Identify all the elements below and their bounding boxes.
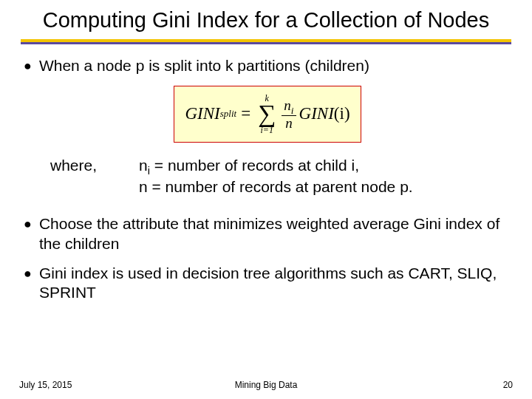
- where-definitions: ni = number of records at child i, n = n…: [139, 156, 511, 197]
- where-n: n: [139, 157, 148, 174]
- slide-title: Computing Gini Index for a Collection of…: [21, 7, 511, 38]
- frac-num-sub: i: [291, 105, 294, 116]
- slide: Computing Gini Index for a Collection of…: [0, 0, 532, 399]
- summation-icon: k ∑ i=1: [258, 94, 276, 134]
- formula-lhs-name: GINI: [185, 103, 219, 125]
- slide-footer: July 15, 2015 Mining Big Data 20: [0, 380, 532, 390]
- bullet-text: When a node p is split into k partitions…: [39, 56, 511, 75]
- bullet-text: Choose the attribute that minimizes weig…: [39, 214, 511, 253]
- sum-lower: i=1: [261, 126, 273, 134]
- bullet-item: ● Gini index is used in decision tree al…: [24, 264, 511, 303]
- where-line2: n = number of records at parent node p.: [139, 177, 511, 197]
- bullet-item: ● When a node p is split into k partitio…: [24, 56, 511, 75]
- bullet-text: Gini index is used in decision tree algo…: [39, 264, 511, 303]
- bullet-item: ● Choose the attribute that minimizes we…: [24, 214, 511, 253]
- gini-formula: GINIsplit = k ∑ i=1 ni n GINI(i): [174, 86, 361, 143]
- frac-num-var: n: [284, 98, 291, 113]
- frac-den: n: [283, 116, 295, 130]
- bullet-marker-icon: ●: [24, 264, 39, 303]
- title-divider: [21, 39, 511, 44]
- formula-rhs-arg: (i): [334, 103, 350, 125]
- bullet-marker-icon: ●: [24, 214, 39, 253]
- where-line1-rest: = number of records at child i,: [150, 157, 359, 174]
- formula-rhs-name: GINI: [299, 103, 334, 125]
- where-label: where,: [50, 156, 139, 197]
- bullet-marker-icon: ●: [24, 56, 39, 75]
- fraction: ni n: [282, 98, 296, 130]
- slide-body: ● When a node p is split into k partitio…: [21, 44, 511, 303]
- formula-container: GINIsplit = k ∑ i=1 ni n GINI(i): [24, 86, 511, 143]
- footer-title: Mining Big Data: [0, 380, 532, 390]
- formula-equals: =: [241, 103, 250, 125]
- formula-lhs-sub: split: [220, 108, 236, 120]
- where-block: where, ni = number of records at child i…: [50, 156, 511, 197]
